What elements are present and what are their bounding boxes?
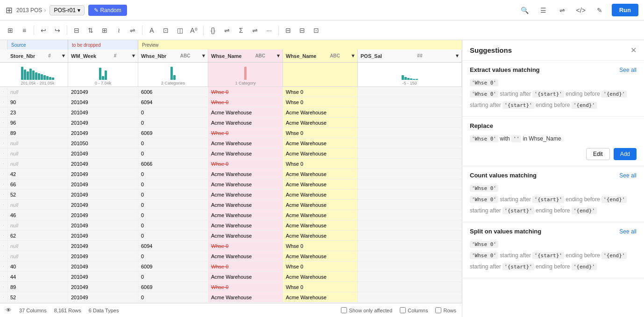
count-item-3[interactable]: starting after '{start}' ending before '… xyxy=(470,205,637,216)
cell-pos-sal xyxy=(358,128,462,138)
extract-see-all-link[interactable]: See all xyxy=(619,67,637,73)
cell-store-nbr: 66 xyxy=(7,179,68,189)
col-header-pos-sal[interactable]: POS_Sal ## ▾ xyxy=(358,49,462,62)
sort-icon[interactable]: ⇅ xyxy=(84,24,97,37)
right-panel: Suggestions ✕ Extract values matching Se… xyxy=(462,40,644,317)
replace-code-1: 'Whse 0' xyxy=(470,135,498,142)
filter-icon[interactable]: ⇌ xyxy=(220,24,234,37)
toolbar-grid-icon[interactable]: ⊞ xyxy=(4,24,17,37)
columns-checkbox[interactable] xyxy=(400,307,406,313)
show-only-affected-checkbox[interactable] xyxy=(341,307,347,313)
replace-section-header: Replace xyxy=(470,122,637,129)
format-icon[interactable]: ⊡ xyxy=(159,24,172,37)
view1-icon[interactable]: ⊟ xyxy=(282,24,295,37)
split-icon[interactable]: ≀ xyxy=(112,24,125,37)
row-indicator-header xyxy=(0,49,7,62)
col-type-icon[interactable]: ⊟ xyxy=(70,24,83,37)
col-header-store-nbr[interactable]: Store_Nbr # ▾ xyxy=(7,49,68,62)
replace-add-button[interactable]: Add xyxy=(614,148,637,160)
replace-edit-button[interactable]: Edit xyxy=(586,148,610,160)
cell-whse-name-preview: Acme Warehouse xyxy=(283,138,358,148)
calc-icon[interactable]: Σ xyxy=(234,24,248,37)
toolbar-menu-icon[interactable]: ≡ xyxy=(18,24,31,37)
count-template-2: starting after '{start}' ending before '… xyxy=(500,196,627,203)
cell-wm-week: 201049 xyxy=(68,251,138,261)
split-item-1[interactable]: 'Whse 0' xyxy=(470,239,637,250)
fill-icon[interactable]: ◫ xyxy=(173,24,186,37)
extract-item-3[interactable]: starting after '{start}' ending before '… xyxy=(470,99,637,111)
cell-whse-nbr: 0 xyxy=(138,272,208,282)
redo-icon[interactable]: ↪ xyxy=(51,24,64,37)
add-col-icon[interactable]: ⊞ xyxy=(98,24,111,37)
hist-bars-whse-name-src xyxy=(244,65,247,80)
columns-checkbox-label[interactable]: Columns xyxy=(400,307,428,313)
list-icon[interactable]: ☰ xyxy=(537,4,550,17)
row-dot: · xyxy=(0,128,7,138)
count-item-2[interactable]: 'Whse 0' starting after '{start}' ending… xyxy=(470,194,637,205)
col-header-whse-name-src[interactable]: Whse_Name ABC ▾ xyxy=(208,49,283,62)
split-item-3[interactable]: starting after '{start}' ending before '… xyxy=(470,261,637,272)
col-chevron-whse-name-src: ▾ xyxy=(277,53,280,59)
cell-pos-sal xyxy=(358,179,462,189)
pos-badge[interactable]: POS-r01 ▾ xyxy=(50,5,85,15)
text-icon[interactable]: A xyxy=(145,24,158,37)
code-icon[interactable]: </> xyxy=(574,4,587,17)
cell-wm-week: 201049 xyxy=(68,231,138,240)
split-template-2: starting after '{start}' ending before '… xyxy=(500,252,627,259)
count-section-title: Count values matching xyxy=(470,172,537,179)
cell-whse-name-src: Whse 0 xyxy=(208,128,283,138)
more-icon[interactable]: ··· xyxy=(262,24,276,37)
col-name-whse-name-src: Whse_Name xyxy=(211,53,241,59)
table-row: · null 201049 6066 Whse 0 Whse 0 xyxy=(0,159,462,169)
random-button[interactable]: ✎ Random xyxy=(88,5,127,16)
main-layout: Source to be dropped Preview Store_Nbr #… xyxy=(0,40,644,317)
replace-item-1[interactable]: 'Whse 0' with '' in Whse_Name xyxy=(470,133,637,144)
show-only-affected-label[interactable]: Show only affected xyxy=(341,307,392,313)
count-see-all-link[interactable]: See all xyxy=(619,172,637,179)
count-item-1[interactable]: 'Whse 0' xyxy=(470,183,637,194)
group-icon[interactable]: {} xyxy=(206,24,219,37)
extract-item-1[interactable]: 'Whse 0' xyxy=(470,77,637,88)
panel-close-button[interactable]: ✕ xyxy=(630,46,637,55)
view2-icon[interactable]: ⊟ xyxy=(296,24,309,37)
rows-checkbox-label[interactable]: Rows xyxy=(435,307,456,313)
cell-store-nbr: 89 xyxy=(7,128,68,138)
to-be-dropped-label: to be dropped xyxy=(68,40,138,49)
split-code-2: 'Whse 0' xyxy=(470,252,498,259)
replace-section-title: Replace xyxy=(470,122,493,129)
merge-icon[interactable]: ⇌ xyxy=(126,24,139,37)
row-dot: · xyxy=(0,179,7,189)
col-header-wm-week[interactable]: WM_Week # ▾ xyxy=(68,49,138,62)
search-icon[interactable]: 🔍 xyxy=(518,4,531,17)
cell-pos-sal xyxy=(358,272,462,282)
edit-icon[interactable]: ✎ xyxy=(593,4,606,17)
extract-section-header: Extract values matching See all xyxy=(470,66,637,73)
row-dot: · xyxy=(0,282,7,292)
extract-item-2[interactable]: 'Whse 0' starting after '{start}' ending… xyxy=(470,88,637,99)
rows-checkbox[interactable] xyxy=(435,307,441,313)
row-dot: · xyxy=(0,169,7,179)
col-header-whse-name-preview[interactable]: Whse_Name ABC ▾ xyxy=(283,49,358,62)
row-dot: · xyxy=(0,231,7,240)
menu-icon[interactable]: ⇌ xyxy=(556,4,569,17)
settings-icon[interactable]: ⊡ xyxy=(310,24,323,37)
undo-icon[interactable]: ↩ xyxy=(37,24,50,37)
pivot-icon[interactable]: ⇌ xyxy=(248,24,262,37)
cell-whse-nbr: 6094 xyxy=(138,241,208,251)
hist-whse-name-src: 1 Category xyxy=(208,63,283,86)
text2-icon[interactable]: A⁰ xyxy=(187,24,200,37)
split-item-2[interactable]: 'Whse 0' starting after '{start}' ending… xyxy=(470,250,637,261)
col-header-whse-nbr[interactable]: Whse_Nbr ABC ▾ xyxy=(138,49,208,62)
cell-whse-nbr: 6094 xyxy=(138,97,208,107)
cell-whse-name-preview: Acme Warehouse xyxy=(283,148,358,158)
cell-pos-sal xyxy=(358,241,462,251)
split-see-all-link[interactable]: See all xyxy=(619,228,637,235)
run-button[interactable]: Run xyxy=(612,4,638,16)
hist-bar xyxy=(105,70,107,80)
row-dot: · xyxy=(0,200,7,210)
col-type-wm-week: # xyxy=(114,53,117,58)
cell-whse-name-src: Acme Warehouse xyxy=(208,272,283,282)
extract-code-1: 'Whse 0' xyxy=(470,79,498,86)
hist-bar xyxy=(173,75,176,80)
count-template-3: starting after '{start}' ending before '… xyxy=(470,207,597,214)
